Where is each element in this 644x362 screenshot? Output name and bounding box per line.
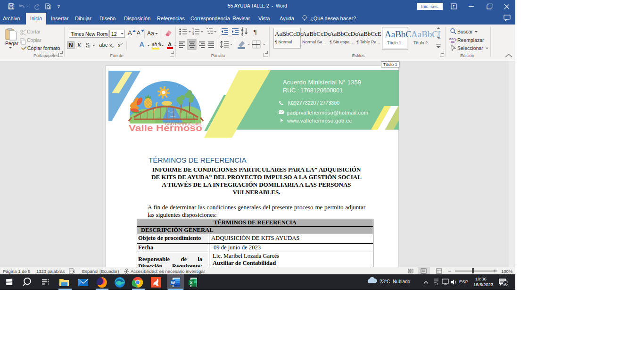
svg-text:(02)2773220 / 2773300: (02)2773220 / 2773300 [288, 100, 339, 106]
svg-text:Valle Hermoso: Valle Hermoso [129, 123, 202, 133]
svg-text:ac: ac [451, 40, 454, 43]
svg-text:A: A [241, 28, 244, 32]
svg-text:W: W [171, 280, 175, 285]
svg-text:RUC : 1768120600001: RUC : 1768120600001 [283, 87, 343, 94]
svg-text:✕: ✕ [72, 270, 75, 274]
svg-text:4: 4 [504, 282, 507, 286]
svg-text:Acuerdo Ministerial N° 1359: Acuerdo Ministerial N° 1359 [283, 79, 361, 86]
svg-text:Z: Z [241, 32, 243, 36]
svg-text:¶: ¶ [254, 29, 257, 36]
svg-text:3: 3 [192, 33, 194, 35]
svg-text:www.vallehermoso.gob.ec: www.vallehermoso.gob.ec [287, 118, 352, 123]
svg-text:X: X [190, 280, 193, 285]
svg-text:gadprvallehermoso@hotmail.com: gadprvallehermoso@hotmail.com [287, 110, 368, 115]
